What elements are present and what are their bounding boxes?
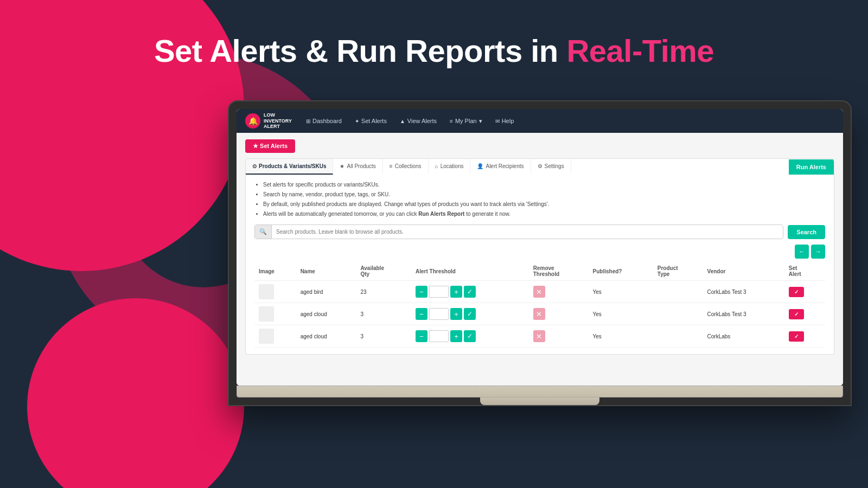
star-icon: ★ <box>340 163 344 169</box>
increment-button[interactable]: + <box>450 330 462 342</box>
search-wrapper: 🔍 <box>254 224 783 239</box>
product-image <box>259 284 274 299</box>
increment-button[interactable]: + <box>450 286 462 298</box>
search-input[interactable] <box>272 226 783 238</box>
product-name: aged cloud <box>296 303 356 325</box>
decrement-button[interactable]: − <box>416 330 427 342</box>
product-image <box>259 306 274 322</box>
product-name: aged bird <box>296 281 356 303</box>
product-name: aged cloud <box>296 325 356 348</box>
set-alerts-page-button[interactable]: ★ Set Alerts <box>245 139 295 153</box>
col-published: Published? <box>589 262 653 281</box>
col-image: Image <box>254 262 296 281</box>
col-product-type: ProductType <box>653 262 703 281</box>
remove-threshold-button[interactable]: ✕ <box>533 286 545 298</box>
confirm-threshold-button[interactable]: ✓ <box>464 330 476 342</box>
my-plan-icon: ≡ <box>450 118 453 124</box>
tab-products-variants[interactable]: ⊙ Products & Variants/SKUs <box>246 159 333 175</box>
confirm-threshold-button[interactable]: ✓ <box>464 308 476 320</box>
nav-help[interactable]: ✉ Help <box>491 115 519 126</box>
threshold-controls: − + ✓ <box>416 308 525 320</box>
col-alert-threshold: Alert Threshold <box>411 262 529 281</box>
page-title: Set Alerts & Run Reports in Real-Time <box>0 33 868 69</box>
col-vendor: Vendor <box>703 262 784 281</box>
decrement-button[interactable]: − <box>416 308 427 320</box>
set-alerts-icon: ✦ <box>355 118 359 124</box>
nav-dashboard[interactable]: ⊞ Dashboard <box>302 115 346 126</box>
recipients-icon: 👤 <box>477 163 483 169</box>
search-button[interactable]: Search <box>788 225 825 239</box>
decrement-button[interactable]: − <box>416 286 427 298</box>
collections-icon: ≡ <box>390 163 393 169</box>
settings-icon: ⚙ <box>538 163 542 169</box>
product-qty: 3 <box>356 303 411 325</box>
nav-my-plan[interactable]: ≡ My Plan ▾ <box>445 115 487 127</box>
dashboard-icon: ⊞ <box>306 118 310 124</box>
tab-alert-recipients[interactable]: 👤 Alert Recipients <box>470 159 531 175</box>
product-vendor: CorkLabs Test 3 <box>703 303 784 325</box>
info-list: Set alerts for specific products or vari… <box>254 181 825 218</box>
col-name: Name <box>296 262 356 281</box>
tab-locations[interactable]: ⌂ Locations <box>429 159 471 175</box>
remove-threshold-button[interactable]: ✕ <box>533 308 545 320</box>
product-type <box>653 303 703 325</box>
products-table: Image Name AvailableQty Alert Threshold … <box>254 262 825 348</box>
set-alert-button[interactable]: ✓ <box>789 287 804 297</box>
run-alerts-button[interactable]: Run Alerts <box>789 159 834 175</box>
set-alert-button[interactable]: ✓ <box>789 309 804 319</box>
help-icon: ✉ <box>495 118 500 124</box>
col-available-qty: AvailableQty <box>356 262 411 281</box>
threshold-input[interactable] <box>429 330 449 342</box>
app-content: ★ Set Alerts ⊙ Products & Variants/SKUs … <box>237 133 843 386</box>
product-type <box>653 325 703 348</box>
confirm-threshold-button[interactable]: ✓ <box>464 286 476 298</box>
table-row: aged cloud 3 − + ✓ <box>254 325 825 348</box>
product-published: Yes <box>589 303 653 325</box>
search-row: 🔍 Search <box>254 224 825 239</box>
tab-settings[interactable]: ⚙ Settings <box>531 159 571 175</box>
laptop-frame: 🔔 LOW INVENTORY ALERT ⊞ Dashboard ✦ Set … <box>228 100 852 406</box>
pagination-row: ← → <box>254 245 825 259</box>
tab-collections[interactable]: ≡ Collections <box>383 159 429 175</box>
product-type <box>653 281 703 303</box>
laptop-screen: 🔔 LOW INVENTORY ALERT ⊞ Dashboard ✦ Set … <box>237 109 843 386</box>
info-item-2: Search by name, vendor, product type, ta… <box>263 191 825 198</box>
product-image <box>259 329 274 344</box>
table-row: aged bird 23 − + ✓ <box>254 281 825 303</box>
app-logo: 🔔 LOW INVENTORY ALERT <box>245 112 292 130</box>
remove-threshold-button[interactable]: ✕ <box>533 330 545 342</box>
prev-page-button[interactable]: ← <box>795 245 809 259</box>
product-published: Yes <box>589 281 653 303</box>
laptop-base <box>237 386 843 397</box>
app-logo-icon: 🔔 <box>245 113 260 129</box>
view-alerts-icon: ▲ <box>400 118 405 124</box>
app-logo-text: LOW INVENTORY ALERT <box>264 112 292 130</box>
increment-button[interactable]: + <box>450 308 462 320</box>
threshold-input[interactable] <box>429 308 449 320</box>
products-icon: ⊙ <box>252 163 257 169</box>
tab-all-products[interactable]: ★ All Products <box>333 159 382 175</box>
product-vendor: CorkLabs Test 3 <box>703 281 784 303</box>
info-item-3: By default, only published products are … <box>263 201 825 208</box>
nav-set-alerts[interactable]: ✦ Set Alerts <box>350 115 391 126</box>
chevron-down-icon: ▾ <box>479 118 482 125</box>
table-row: aged cloud 3 − + ✓ <box>254 303 825 325</box>
laptop-stand <box>480 397 599 405</box>
threshold-controls: − + ✓ <box>416 286 525 298</box>
app-navbar: 🔔 LOW INVENTORY ALERT ⊞ Dashboard ✦ Set … <box>237 109 843 133</box>
search-icon-button[interactable]: 🔍 <box>255 225 272 239</box>
set-alert-button[interactable]: ✓ <box>789 331 804 342</box>
product-published: Yes <box>589 325 653 348</box>
col-set-alert: SetAlert <box>784 262 825 281</box>
panel-content: Set alerts for specific products or vari… <box>245 175 834 355</box>
locations-icon: ⌂ <box>435 163 438 169</box>
product-vendor: CorkLabs <box>703 325 784 348</box>
threshold-input[interactable] <box>429 286 449 298</box>
threshold-controls: − + ✓ <box>416 330 525 342</box>
col-remove-threshold: RemoveThreshold <box>529 262 589 281</box>
info-item-4: Alerts will be automatically generated t… <box>263 210 825 218</box>
info-item-1: Set alerts for specific products or vari… <box>263 181 825 189</box>
nav-view-alerts[interactable]: ▲ View Alerts <box>395 115 441 126</box>
product-qty: 3 <box>356 325 411 348</box>
next-page-button[interactable]: → <box>811 245 825 259</box>
